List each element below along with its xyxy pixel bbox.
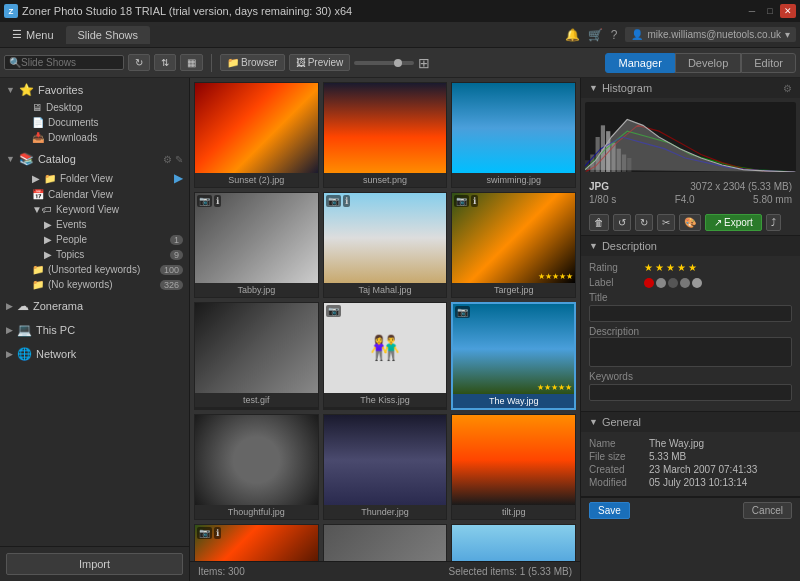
favorites-header[interactable]: ▼ ⭐ Favorites <box>0 80 189 100</box>
photo-item-sunset2[interactable]: Sunset (2).jpg <box>194 82 319 188</box>
sidebar-item-folder-view[interactable]: ▶ 📁 Folder View ▶ <box>0 169 189 187</box>
photo-item-toucan[interactable]: 📷 ℹ ★★★★ Toco Toucan.jpg <box>194 524 319 561</box>
grid-view-icon[interactable]: ⊞ <box>418 55 430 71</box>
camera-icon: 📷 <box>326 195 341 207</box>
photo-item-thoughtful[interactable]: Thoughtful.jpg <box>194 414 319 520</box>
rotate-right-button[interactable]: ↻ <box>635 214 653 231</box>
title-input[interactable] <box>589 305 792 322</box>
rating-stars[interactable]: ★ ★ ★ ★ ★ <box>644 262 792 273</box>
histogram-options-icon[interactable]: ⚙ <box>783 83 792 94</box>
folder-view-icon: ▶ <box>32 173 40 184</box>
sort-button[interactable]: ⇅ <box>154 54 176 71</box>
star-3[interactable]: ★ <box>666 262 675 273</box>
tab-editor[interactable]: Editor <box>741 53 796 73</box>
items-count: Items: 300 <box>198 566 245 577</box>
info-icon: ℹ <box>214 195 221 207</box>
network-label: Network <box>36 348 76 360</box>
camera-icon: 📷 <box>455 306 470 318</box>
import-button[interactable]: Import <box>6 553 183 575</box>
label-dot-med[interactable] <box>680 278 690 288</box>
sidebar-item-calendar-view[interactable]: 📅 Calendar View <box>0 187 189 202</box>
photo-item-test[interactable]: test.gif <box>194 302 319 410</box>
exposure-value: 1/80 s <box>589 194 616 205</box>
rating-row: Rating ★ ★ ★ ★ ★ <box>589 262 792 273</box>
network-header[interactable]: ▶ 🌐 Network <box>0 344 189 364</box>
cancel-button[interactable]: Cancel <box>743 502 792 519</box>
share-button[interactable]: ⤴ <box>766 214 781 231</box>
photo-item-kiss[interactable]: 👫 📷 The Kiss.jpg <box>323 302 448 410</box>
star-5[interactable]: ★ <box>688 262 697 273</box>
photo-item-tabby[interactable]: 📷 ℹ Tabby.jpg <box>194 192 319 298</box>
delete-button[interactable]: 🗑 <box>589 214 609 231</box>
slide-shows-tab[interactable]: Slide Shows <box>66 26 151 44</box>
sidebar-item-desktop[interactable]: 🖥 Desktop <box>0 100 189 115</box>
user-menu[interactable]: 👤 mike.williams@nuetools.co.uk ▾ <box>625 27 796 42</box>
help-icon[interactable]: ? <box>611 28 618 42</box>
label-dot-dark[interactable] <box>668 278 678 288</box>
color-button[interactable]: 🎨 <box>679 214 701 231</box>
search-input[interactable] <box>21 57 111 68</box>
refresh-button[interactable]: ↻ <box>128 54 150 71</box>
search-box[interactable]: 🔍 <box>4 55 124 70</box>
description-textarea[interactable] <box>589 337 792 367</box>
general-header[interactable]: ▼ General <box>581 412 800 432</box>
tab-manager[interactable]: Manager <box>605 53 674 73</box>
maximize-button[interactable]: □ <box>762 4 778 18</box>
this-pc-header[interactable]: ▶ 💻 This PC <box>0 320 189 340</box>
photo-item-tajmahal[interactable]: 📷 ℹ Taj Mahal.jpg <box>323 192 448 298</box>
photo-item-tools[interactable]: Tools.jpg <box>323 524 448 561</box>
photo-name-tabby: Tabby.jpg <box>195 283 318 297</box>
view-button[interactable]: ▦ <box>180 54 203 71</box>
photo-item-thunder[interactable]: Thunder.jpg <box>323 414 448 520</box>
keywords-input[interactable] <box>589 384 792 401</box>
photo-thumb-sunset <box>324 83 447 173</box>
photo-item-tiger[interactable]: 📷 ℹ ★★★★★ Target.jpg <box>451 192 576 298</box>
histogram-label: Histogram <box>602 82 652 94</box>
general-label: General <box>602 416 641 428</box>
tab-develop[interactable]: Develop <box>675 53 741 73</box>
label-dot-light[interactable] <box>692 278 702 288</box>
photo-item-swimming[interactable]: swimming.jpg <box>451 82 576 188</box>
cart-icon[interactable]: 🛒 <box>588 28 603 42</box>
menu-button[interactable]: ☰ Menu <box>4 25 62 44</box>
sidebar-item-topics[interactable]: ▶ Topics 9 <box>0 247 189 262</box>
general-size-row: File size 5.33 MB <box>589 451 792 462</box>
camera-icon: 📷 <box>197 195 212 207</box>
photo-grid: Sunset (2).jpg sunset.png swimming.jpg 📷… <box>190 78 580 561</box>
photo-item-tower[interactable]: tower.jpg <box>451 524 576 561</box>
histogram-header[interactable]: ▼ Histogram ⚙ <box>581 78 800 98</box>
photo-item-sunset[interactable]: sunset.png <box>323 82 448 188</box>
star-1[interactable]: ★ <box>644 262 653 273</box>
zonerama-header[interactable]: ▶ ☁ Zonerama <box>0 296 189 316</box>
photo-item-tilt[interactable]: tilt.jpg <box>451 414 576 520</box>
label-dot-gray[interactable] <box>656 278 666 288</box>
sidebar-item-events[interactable]: ▶ Events <box>0 217 189 232</box>
sidebar-item-documents[interactable]: 📄 Documents <box>0 115 189 130</box>
sidebar-item-no-keywords[interactable]: 📁 (No keywords) 326 <box>0 277 189 292</box>
sidebar-item-downloads[interactable]: 📥 Downloads <box>0 130 189 145</box>
photo-item-way[interactable]: 📷 ★★★★★ The Way.jpg <box>451 302 576 410</box>
star-2[interactable]: ★ <box>655 262 664 273</box>
crop-button[interactable]: ✂ <box>657 214 675 231</box>
minimize-button[interactable]: ─ <box>744 4 760 18</box>
preview-button[interactable]: 🖼 Preview <box>289 54 351 71</box>
browser-button[interactable]: 📁 Browser <box>220 54 285 71</box>
save-button[interactable]: Save <box>589 502 630 519</box>
zoom-slider[interactable] <box>354 61 414 65</box>
export-button[interactable]: ↗ Export <box>705 214 762 231</box>
rating-label: Rating <box>589 262 644 273</box>
rotate-left-button[interactable]: ↺ <box>613 214 631 231</box>
description-header[interactable]: ▼ Description <box>581 236 800 256</box>
star-4[interactable]: ★ <box>677 262 686 273</box>
label-dot-red[interactable] <box>644 278 654 288</box>
catalog-header[interactable]: ▼ 📚 Catalog ⚙ ✎ <box>0 149 189 169</box>
close-button[interactable]: ✕ <box>780 4 796 18</box>
export-label: Export <box>724 217 753 228</box>
keyword-arrow: ▼ <box>32 204 42 215</box>
sidebar-item-people[interactable]: ▶ People 1 <box>0 232 189 247</box>
sidebar-item-keyword-view[interactable]: ▼ 🏷 Keyword View <box>0 202 189 217</box>
bell-icon[interactable]: 🔔 <box>565 28 580 42</box>
sidebar-item-unsorted[interactable]: 📁 (Unsorted keywords) 100 <box>0 262 189 277</box>
zonerama-section: ▶ ☁ Zonerama <box>0 294 189 318</box>
photo-icons-toucan: 📷 ℹ <box>197 527 221 539</box>
